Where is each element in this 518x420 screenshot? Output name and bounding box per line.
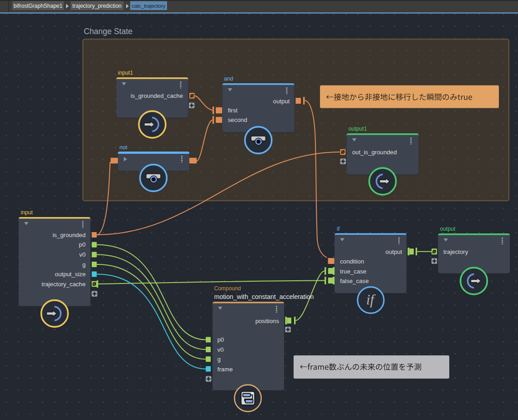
svg-text:v0: v0 bbox=[79, 251, 86, 258]
svg-text:output: output bbox=[273, 98, 290, 105]
svg-text:true_case: true_case bbox=[340, 268, 366, 275]
svg-text:false_case: false_case bbox=[340, 278, 369, 284]
svg-text:output_size: output_size bbox=[55, 271, 86, 278]
svg-text:Compound: Compound bbox=[214, 285, 241, 292]
svg-text:trajectory_prediction: trajectory_prediction bbox=[72, 3, 122, 9]
svg-text:if: if bbox=[337, 226, 340, 232]
svg-text:motion_with_constant_accelerat: motion_with_constant_acceleration bbox=[214, 293, 314, 300]
svg-text:second: second bbox=[228, 116, 248, 123]
svg-text:and: and bbox=[224, 76, 233, 82]
svg-text:calc_trajectory: calc_trajectory bbox=[132, 3, 165, 9]
svg-text:not: not bbox=[120, 144, 128, 151]
svg-text:bifrostGraphShape1: bifrostGraphShape1 bbox=[14, 3, 63, 9]
svg-text:output1: output1 bbox=[349, 126, 367, 132]
svg-text:first: first bbox=[228, 107, 238, 114]
svg-text:v0: v0 bbox=[218, 346, 224, 353]
svg-text:input1: input1 bbox=[118, 70, 133, 76]
svg-text:output: output bbox=[386, 248, 402, 255]
svg-text:trajectory_cache: trajectory_cache bbox=[41, 281, 86, 288]
svg-text:input: input bbox=[21, 209, 33, 216]
svg-text:out_is_grounded: out_is_grounded bbox=[352, 149, 397, 156]
svg-text:p0: p0 bbox=[79, 241, 86, 248]
svg-text:condition: condition bbox=[340, 258, 364, 265]
svg-text:g: g bbox=[82, 261, 86, 268]
svg-text:is_grounded_cache: is_grounded_cache bbox=[131, 92, 183, 99]
svg-text:frame: frame bbox=[218, 366, 233, 373]
svg-text:p0: p0 bbox=[218, 336, 224, 343]
svg-text:g: g bbox=[218, 356, 221, 363]
svg-text:is_grounded: is_grounded bbox=[52, 232, 86, 238]
svg-text:output: output bbox=[440, 226, 456, 232]
svg-text:positions: positions bbox=[255, 318, 279, 324]
svg-text:trajectory: trajectory bbox=[443, 248, 468, 255]
svg-text:Change State: Change State bbox=[84, 27, 132, 36]
